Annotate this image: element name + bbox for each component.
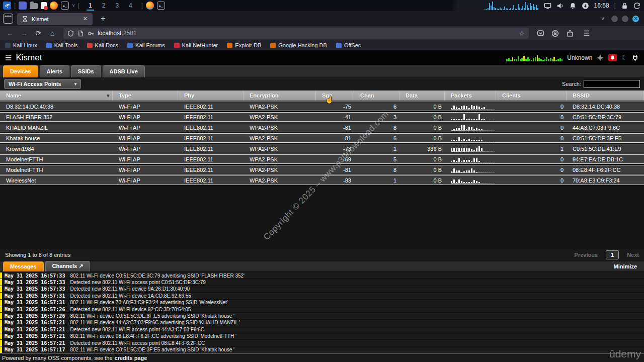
table-row[interactable]: KHALID MANZILWi-Fi APIEEE802.11WPA2-PSK-…: [0, 123, 644, 132]
column-header-bssid[interactable]: BSSID: [567, 90, 644, 101]
message-text: 802.11 Wi-Fi device 08:E8:4F:F6:2F:CC ad…: [70, 333, 236, 339]
minimize-button[interactable]: Minimize: [610, 261, 641, 272]
list-all-tabs-icon[interactable]: ˅: [601, 16, 604, 22]
https-key-icon[interactable]: [88, 30, 94, 37]
browser-tab[interactable]: Kismet ✕: [17, 13, 93, 25]
column-header-type[interactable]: Type: [113, 90, 178, 101]
column-header-sgn[interactable]: Sgn: [316, 90, 354, 101]
firefox-view-icon[interactable]: [3, 14, 13, 24]
url-bar[interactable]: localhost:2501 ☆: [63, 28, 529, 39]
kismet-menu-icon[interactable]: ☰: [5, 53, 12, 62]
forward-button[interactable]: →: [18, 29, 30, 37]
device-type-dropdown[interactable]: Wi-Fi Access Points ▾: [4, 79, 81, 89]
message-text: Detected new 802.11 Wi-Fi access point 4…: [70, 327, 204, 332]
extensions-icon[interactable]: [566, 30, 574, 37]
table-row[interactable]: D8:32:14:DC:40:38Wi-Fi APIEEE802.11WPA2-…: [0, 102, 644, 111]
screenshot-tool-icon[interactable]: [582, 2, 589, 10]
page-info-icon[interactable]: [77, 30, 84, 37]
tab-channels[interactable]: Channels ↗: [45, 261, 91, 272]
workspace-3[interactable]: 3: [113, 1, 121, 11]
message-timestamp: May 31 2025 16:57:33: [5, 286, 65, 292]
tab-adsb-live[interactable]: ADSB Live: [103, 65, 145, 77]
gps-icon[interactable]: [597, 54, 604, 61]
window-maximize-button[interactable]: [622, 16, 628, 22]
url-text[interactable]: localhost:2501: [98, 30, 515, 37]
bookmark-item[interactable]: Kali Forums: [127, 42, 165, 48]
tab-messages[interactable]: Messages: [3, 261, 44, 272]
workspace-1[interactable]: 1: [87, 1, 94, 11]
window-app-icon[interactable]: [19, 2, 27, 10]
bookmark-item[interactable]: Kali Tools: [46, 42, 78, 48]
tab-close-icon[interactable]: ✕: [82, 16, 89, 22]
terminal-launcher-icon[interactable]: ▸_: [61, 2, 69, 10]
workspace-2[interactable]: 2: [100, 1, 108, 11]
pocket-icon[interactable]: [537, 30, 544, 37]
bookmark-item[interactable]: Kali NetHunter: [174, 42, 218, 48]
display-icon[interactable]: [544, 2, 551, 10]
firefox-window-icon[interactable]: [146, 2, 154, 10]
table-row[interactable]: FLASH FIBER 352Wi-Fi APIEEE802.11WPA2-PS…: [0, 112, 644, 122]
bookmark-star-icon[interactable]: ☆: [519, 30, 525, 37]
previous-page-button[interactable]: Previous: [575, 252, 598, 258]
text-editor-icon[interactable]: [41, 2, 47, 9]
column-header-enc[interactable]: Encryption: [244, 90, 316, 101]
lock-screen-icon[interactable]: [621, 2, 628, 10]
bookmark-item[interactable]: OffSec: [336, 42, 361, 48]
tab-alerts[interactable]: Alerts: [40, 65, 69, 77]
window-minimize-button[interactable]: [611, 16, 618, 22]
table-row[interactable]: Khatak houseWi-Fi APIEEE802.11WPA2-PSK-8…: [0, 133, 644, 143]
new-tab-button[interactable]: +: [98, 14, 108, 23]
tab-devices[interactable]: Devices: [3, 65, 38, 77]
tab-ssids[interactable]: SSIDs: [71, 65, 101, 77]
bookmark-item[interactable]: Kali Linux: [5, 42, 37, 48]
workspace-switcher[interactable]: 1234: [87, 1, 134, 11]
column-header-packets[interactable]: Packets: [445, 90, 496, 101]
next-page-button[interactable]: Next: [627, 252, 639, 258]
clock[interactable]: 16:58: [594, 2, 609, 9]
message-text: 802.11 Wi-Fi device 70:A8:E3:C9:F3:24 ad…: [70, 300, 227, 305]
dark-mode-icon[interactable]: ☾: [621, 54, 627, 61]
shield-permissions-icon[interactable]: [67, 30, 74, 37]
net-graph-bar: [500, 8, 501, 10]
window-close-button[interactable]: ✕: [632, 16, 639, 22]
cell-packets: [445, 112, 496, 122]
column-header-name[interactable]: Name▾: [0, 90, 113, 101]
net-graph-bar: [495, 8, 496, 10]
table-row[interactable]: Krown1984Wi-Fi APIEEE802.11WPA2-PSK-7313…: [0, 144, 644, 153]
alerts-indicator[interactable]: [608, 54, 617, 61]
power-icon[interactable]: [633, 2, 641, 10]
credits-page-link[interactable]: credits page: [115, 355, 147, 361]
bookmark-item[interactable]: Exploit-DB: [227, 42, 261, 48]
search-input[interactable]: [584, 80, 640, 88]
net-graph-bar: [497, 9, 498, 10]
column-header-data[interactable]: Data: [399, 90, 445, 101]
bookmark-item[interactable]: Google Hacking DB: [270, 42, 327, 48]
firefox-launcher-icon[interactable]: [50, 2, 58, 10]
terminal-window-icon[interactable]: ▸_: [157, 2, 165, 10]
reload-button[interactable]: ⟳: [32, 29, 44, 37]
column-header-clients[interactable]: Clients: [496, 90, 567, 101]
volume-icon[interactable]: [556, 2, 564, 10]
kali-menu-icon[interactable]: [3, 2, 11, 10]
table-row[interactable]: ModelnetFTTHWi-Fi APIEEE802.11WPA2-PSK-8…: [0, 165, 644, 174]
bookmark-item[interactable]: Kali Docs: [87, 42, 118, 48]
home-button[interactable]: ⌂: [46, 29, 58, 37]
bookmark-favicon: [336, 43, 342, 48]
message-row: May 31 2025 16:57:21802.11 Wi-Fi device …: [0, 333, 644, 339]
search-label: Search:: [562, 81, 581, 87]
table-row[interactable]: WirelessNetWi-Fi APIEEE802.11WPA2-PSK-83…: [0, 175, 644, 185]
current-page-button[interactable]: 1: [606, 250, 619, 259]
table-row[interactable]: ModelnetFTTHWi-Fi APIEEE802.11WPA2-PSK-6…: [0, 154, 644, 164]
column-header-chan[interactable]: Chan: [354, 90, 399, 101]
column-header-phy[interactable]: Phy: [178, 90, 244, 101]
launcher-dropdown-icon[interactable]: ˅: [72, 3, 74, 8]
workspace-4[interactable]: 4: [127, 1, 134, 11]
notification-bell-icon[interactable]: [569, 2, 577, 10]
back-button[interactable]: ←: [4, 29, 16, 37]
packet-graph-bar: [533, 58, 534, 61]
net-graph-bar: [519, 8, 520, 10]
app-menu-icon[interactable]: ☰: [581, 29, 593, 37]
account-icon[interactable]: [551, 30, 559, 37]
plugin-icon[interactable]: [632, 54, 639, 61]
file-manager-icon[interactable]: [30, 3, 38, 9]
